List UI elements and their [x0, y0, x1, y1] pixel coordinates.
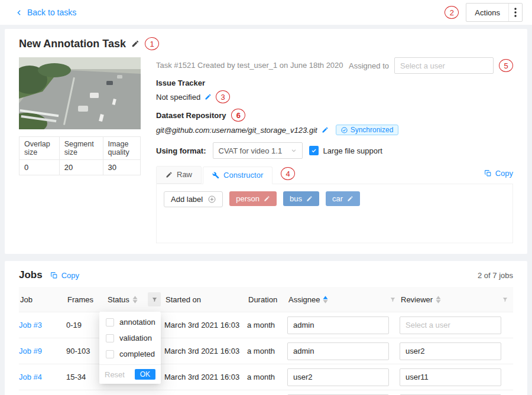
annotation-4: 4	[281, 167, 295, 180]
job-link[interactable]: Job #3	[19, 321, 42, 329]
copy-icon	[484, 169, 492, 177]
back-label: Back to tasks	[27, 8, 76, 17]
large-file-checkbox[interactable]	[309, 146, 319, 155]
task-details-card: New Annotation Task 1	[5, 29, 527, 254]
duration-cell: a month	[247, 321, 287, 329]
label-chip-bus[interactable]: bus	[283, 191, 319, 206]
filter-option-label: validation	[119, 334, 152, 342]
jobs-title: Jobs	[19, 269, 43, 281]
task-meta-row: Task #1521 Created by test_user_1 on Jun…	[156, 57, 513, 74]
col-assignee: Assignee	[288, 295, 320, 304]
sync-badge-label: Synchronized	[351, 126, 394, 134]
param-value: 0	[20, 160, 60, 175]
reviewer-filter-button[interactable]	[502, 296, 508, 303]
table-row: Job #9 90-103 March 3rd 2021 16:03 a mon…	[19, 338, 513, 364]
labels-copy-button[interactable]: Copy	[484, 169, 513, 178]
checkbox[interactable]	[106, 318, 114, 327]
col-started-on: Started on	[166, 295, 201, 304]
more-dots-icon[interactable]	[509, 4, 522, 21]
status-sorter[interactable]	[132, 296, 138, 303]
status-filter-button[interactable]	[148, 292, 161, 306]
assignee-input[interactable]	[287, 316, 389, 334]
dataset-repository-url: git@github.com:username/git_storage_v123…	[156, 126, 317, 135]
tab-constructor-label: Constructor	[223, 171, 263, 179]
filter-option-annotation[interactable]: annotation	[99, 314, 161, 330]
format-select[interactable]: CVAT for video 1.1	[213, 142, 303, 159]
large-file-checkbox-group[interactable]: Large file support	[309, 146, 382, 155]
annotation-2: 2	[445, 6, 459, 19]
sync-check-icon	[341, 127, 348, 133]
actions-button[interactable]: Actions	[466, 3, 523, 22]
label-chip-car[interactable]: car	[326, 191, 360, 206]
add-label-text: Add label	[171, 195, 203, 204]
labels-tabs: Raw Constructor 4 Copy	[156, 166, 513, 184]
filter-ok-button[interactable]: OK	[135, 369, 155, 380]
label-chip-text: bus	[290, 194, 302, 203]
edit-label-icon[interactable]	[306, 195, 313, 202]
reviewer-input[interactable]	[400, 368, 501, 386]
edit-label-icon[interactable]	[347, 195, 353, 202]
assignee-input[interactable]	[287, 368, 389, 386]
reviewer-sorter[interactable]	[436, 296, 441, 303]
reviewer-input[interactable]	[400, 342, 501, 360]
reviewer-input[interactable]	[400, 316, 501, 334]
assignee-input[interactable]	[394, 57, 494, 74]
filter-option-label: annotation	[119, 318, 155, 327]
assignee-sorter[interactable]	[323, 296, 328, 303]
assignee-filter-button[interactable]	[390, 296, 396, 303]
edit-repository-icon[interactable]	[322, 126, 329, 133]
edit-issue-tracker-icon[interactable]	[205, 93, 212, 100]
edit-title-icon[interactable]	[131, 40, 140, 48]
checkbox[interactable]	[106, 350, 114, 358]
table-row: Job #4 15-34 March 3rd 2021 16:03 a mont…	[19, 364, 513, 390]
funnel-icon	[390, 296, 396, 303]
annotation-5: 5	[499, 59, 513, 72]
job-link[interactable]: Job #9	[19, 347, 42, 355]
started-cell: March 3rd 2021 16:03	[164, 347, 247, 355]
add-label-button[interactable]: Add label	[164, 191, 223, 207]
col-frames: Frames	[67, 295, 93, 304]
edit-label-icon[interactable]	[264, 195, 270, 202]
col-duration: Duration	[248, 295, 277, 304]
actions-label: Actions	[466, 4, 508, 21]
jobs-copy-button[interactable]: Copy	[50, 271, 79, 280]
task-params-table: Overlap size Segment size Image quality …	[19, 136, 141, 175]
tab-raw[interactable]: Raw	[156, 166, 202, 184]
label-chip-person[interactable]: person	[229, 191, 277, 206]
funnel-icon	[502, 296, 508, 303]
col-job: Job	[20, 295, 33, 304]
param-value: 20	[59, 160, 103, 175]
status-filter-dropdown: annotation validation completed Reset OK	[99, 312, 161, 384]
jobs-count: 2 of 7 jobs	[478, 271, 513, 280]
param-value: 30	[103, 160, 140, 175]
filter-option-validation[interactable]: validation	[99, 330, 161, 346]
back-chevron-icon	[15, 9, 23, 17]
param-header: Segment size	[59, 137, 103, 160]
issue-tracker-section: Issue Tracker Not specified 3	[156, 79, 513, 103]
task-meta: Task #1521 Created by test_user_1 on Jun…	[156, 57, 343, 70]
param-header: Overlap size	[20, 137, 60, 160]
page-title: New Annotation Task	[19, 38, 126, 50]
jobs-copy-label: Copy	[61, 271, 79, 280]
checkbox[interactable]	[106, 334, 114, 342]
assigned-to-group: Assigned to 5	[349, 57, 513, 74]
label-chip-text: person	[236, 194, 259, 203]
filter-option-completed[interactable]: completed	[99, 346, 161, 362]
col-reviewer: Reviewer	[401, 295, 433, 304]
sync-status-badge: Synchronized	[336, 125, 399, 135]
jobs-table-header: Job Frames Status Started on Duration As…	[19, 287, 513, 312]
chevron-down-icon	[291, 148, 297, 154]
tab-raw-label: Raw	[177, 170, 192, 179]
filter-footer: Reset OK	[99, 364, 161, 384]
dataset-repository-label: Dataset Repository	[156, 111, 226, 120]
assignee-input[interactable]	[287, 342, 389, 360]
filter-reset-button[interactable]: Reset	[105, 370, 125, 379]
annotation-6: 6	[231, 109, 245, 122]
task-right-column: Task #1521 Created by test_user_1 on Jun…	[156, 57, 513, 243]
task-body: Overlap size Segment size Image quality …	[19, 57, 513, 243]
tab-constructor[interactable]: Constructor	[203, 167, 273, 184]
param-header: Image quality	[103, 137, 140, 160]
job-link[interactable]: Job #4	[19, 373, 42, 381]
back-to-tasks-link[interactable]: Back to tasks	[15, 8, 76, 17]
constructor-icon	[212, 172, 219, 179]
